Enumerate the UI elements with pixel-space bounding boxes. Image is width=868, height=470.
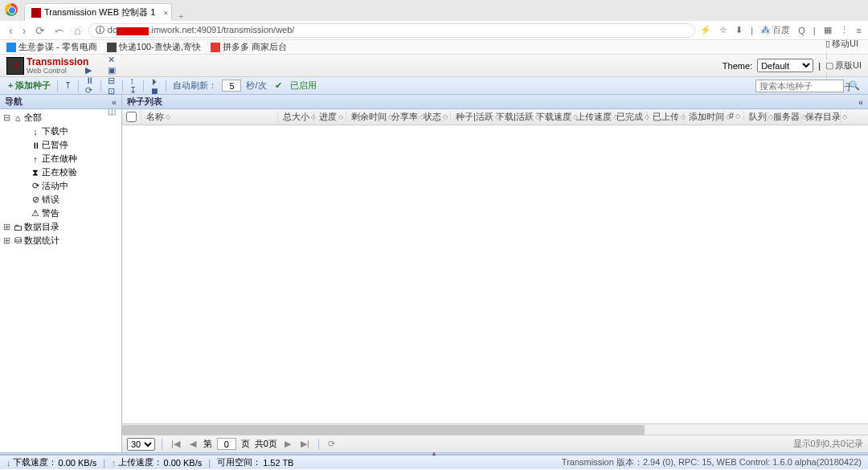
sep: | — [751, 26, 753, 35]
enabled-icon: ✔ — [272, 80, 285, 91]
column-header[interactable]: 下载|活跃◇ — [491, 111, 531, 123]
header-link[interactable]: ▯移动UI — [825, 38, 862, 50]
tree-item[interactable]: ⚠警告 — [3, 206, 118, 220]
column-header[interactable]: 已完成◇ — [612, 111, 648, 123]
favicon-icon — [31, 8, 41, 18]
tree-item[interactable]: ⊞⛁数据统计 — [3, 234, 118, 247]
column-header[interactable]: 上传速度◇ — [571, 111, 612, 123]
tree-item[interactable]: ⏸已暂停 — [3, 138, 118, 152]
column-header[interactable]: 进度◇ — [314, 111, 346, 123]
flash-icon[interactable]: ⚡ — [700, 25, 711, 35]
column-header[interactable]: 剩余时间◇ — [346, 111, 387, 123]
toolbar-button[interactable]: ✕ — [104, 55, 119, 65]
search-icon[interactable]: 🔍 — [845, 80, 863, 91]
page-label-pre: 第 — [203, 438, 212, 450]
version-text: Transmission 版本：2.94 (0), RPC: 15, WEB C… — [562, 456, 862, 468]
new-tab-button[interactable]: + — [172, 11, 190, 21]
home-button[interactable]: ⌂ — [72, 24, 83, 37]
bookmark-icon[interactable]: ☆ — [719, 25, 727, 35]
toolbar-button[interactable]: ⏸ — [82, 76, 97, 85]
toolbar-button[interactable]: ⊟ — [104, 76, 119, 86]
column-header[interactable]: 下载速度◇ — [531, 111, 571, 123]
select-all-checkbox[interactable] — [126, 112, 137, 122]
tree-item[interactable]: ↓下载中 — [3, 125, 118, 138]
first-page-button[interactable]: |◀ — [169, 439, 182, 449]
tree-item[interactable]: ⟳活动中 — [3, 179, 118, 193]
search-icon[interactable]: Q — [798, 26, 805, 35]
download-icon[interactable]: ⬇ — [735, 25, 743, 35]
tree-item[interactable]: ⊟⌂全部 — [3, 111, 118, 125]
add-torrent-button[interactable]: + 添加种子 — [5, 80, 54, 92]
collapse-list-icon[interactable]: « — [858, 97, 863, 107]
toolbar-button[interactable]: ⏹ — [147, 86, 162, 96]
column-header[interactable]: 已上传◇ — [648, 111, 684, 123]
transmission-logo-icon: ⬇ — [6, 57, 24, 75]
bookmark-icon — [211, 43, 220, 52]
back-button[interactable]: ‹ — [6, 24, 15, 37]
tree-item[interactable]: ↑正在做种 — [3, 152, 118, 166]
baidu-icon: ⁂ — [761, 25, 770, 35]
horizontal-scrollbar[interactable] — [122, 423, 868, 435]
column-header[interactable]: #◇ — [724, 111, 744, 121]
theme-select[interactable]: Default — [757, 59, 813, 72]
column-header[interactable]: 保存目录◇ — [800, 111, 841, 123]
bookmark-item[interactable]: 快递100-查快递,寄快 — [107, 41, 201, 53]
column-header[interactable]: 服务器◇ — [768, 111, 800, 123]
tree-item[interactable]: ⊞🗀数据目录 — [3, 220, 118, 234]
url-input[interactable]: ⓘ dc.imwork.net:49091/transmission/web/ — [88, 23, 695, 38]
nav-panel: 导航 « ⊟⌂全部↓下载中⏸已暂停↑正在做种⧗正在校验⟳活动中⊘错误⚠警告⊞🗀数… — [0, 95, 122, 452]
auto-refresh-input[interactable] — [222, 80, 241, 92]
reload-button[interactable]: ⟳ — [33, 24, 47, 37]
tab-close-icon[interactable]: × — [163, 8, 168, 18]
prev-page-button[interactable]: ◀ — [187, 439, 199, 449]
header-link[interactable]: ▢原版UI — [825, 59, 862, 72]
grid-body — [122, 125, 868, 423]
page-input[interactable] — [217, 438, 236, 450]
bookmark-item[interactable]: 生意参谋 - 零售电商 — [6, 41, 97, 53]
column-header[interactable]: 队列◇ — [744, 111, 768, 123]
page-size-select[interactable]: 30 — [127, 438, 155, 451]
tab-title: Transmission WEB 控制器 1 — [44, 6, 155, 18]
column-header[interactable]: 种子|活跃◇ — [451, 111, 491, 123]
more-icon[interactable]: ⋮ — [840, 25, 849, 35]
tree-icon: ↓ — [31, 127, 40, 137]
sort-icon: ◇ — [443, 113, 448, 121]
search-input[interactable] — [755, 80, 844, 92]
forward-button[interactable]: › — [20, 24, 29, 37]
baidu-search[interactable]: ⁂ 百度 — [761, 24, 790, 36]
tree-label: 活动中 — [42, 180, 68, 192]
toolbar-button[interactable]: ▶ — [82, 65, 97, 76]
column-header[interactable]: 添加时间◇ — [684, 111, 724, 123]
toolbar-button[interactable]: ⏵ — [147, 76, 162, 86]
chrome-icon — [5, 3, 18, 16]
refresh-button[interactable]: ⟳ — [326, 439, 338, 449]
toolbar-button[interactable]: ↕ — [126, 76, 140, 85]
bookmark-item[interactable]: 拼多多 商家后台 — [211, 41, 287, 53]
start-button[interactable]: ⤒ — [61, 80, 75, 91]
extensions-icon[interactable]: ▦ — [824, 25, 832, 35]
download-icon: ↓ — [6, 458, 11, 468]
tree-label: 全部 — [24, 112, 42, 124]
app-title: Transmission — [27, 56, 88, 67]
tree-toggle-icon[interactable]: ⊞ — [3, 222, 11, 232]
tree-item[interactable]: ⊘错误 — [3, 193, 118, 206]
sep: | — [818, 61, 821, 71]
next-page-button[interactable]: ▶ — [282, 439, 293, 449]
collapse-nav-icon[interactable]: « — [112, 97, 117, 107]
column-header[interactable]: 分享率◇ — [387, 111, 419, 123]
toolbar-button[interactable]: ▣ — [104, 65, 119, 76]
undo-button[interactable]: ⤺ — [52, 24, 67, 37]
site-info-icon[interactable]: ⓘ — [96, 24, 104, 36]
tree-toggle-icon[interactable]: ⊞ — [3, 235, 11, 246]
menu-icon[interactable]: ≡ — [857, 26, 862, 35]
tree-toggle-icon[interactable]: ⊟ — [3, 112, 11, 123]
column-header[interactable]: 名称◇ — [141, 111, 278, 123]
column-header[interactable]: 状态◇ — [419, 111, 451, 123]
last-page-button[interactable]: ▶| — [298, 439, 312, 449]
tree-label: 数据统计 — [24, 235, 59, 247]
bookmark-label: 生意参谋 - 零售电商 — [18, 41, 97, 53]
dn-value: 0.00 KB/s — [59, 458, 97, 468]
browser-tab[interactable]: Transmission WEB 控制器 1 × — [24, 3, 172, 21]
tree-item[interactable]: ⧗正在校验 — [3, 166, 118, 179]
column-header[interactable]: 总大小◇ — [278, 111, 314, 123]
